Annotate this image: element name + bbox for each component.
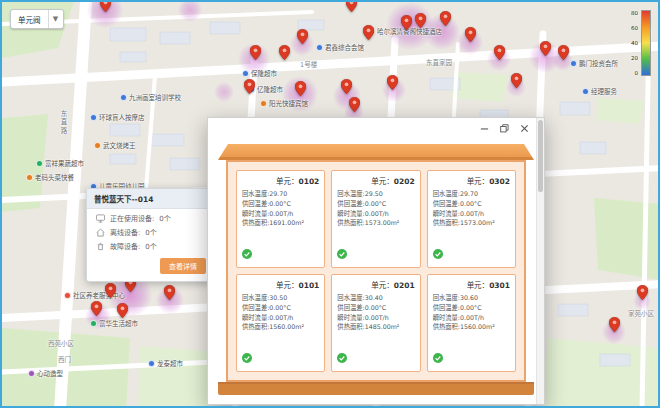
metric-return-temp: 回水温度:29.70 xyxy=(242,189,319,199)
map-pin[interactable] xyxy=(387,75,398,90)
legend-tick: 0 xyxy=(631,70,638,76)
map-pin[interactable] xyxy=(279,45,290,60)
map-pin[interactable] xyxy=(465,27,476,42)
metric-area: 供热面积:1573.00m² xyxy=(433,218,510,228)
monitor-icon xyxy=(96,214,105,223)
unit-card[interactable]: 单元：0201 回水温度:30.40 供回温差:0.00°C 瞬时流量:0.00… xyxy=(331,274,420,372)
metric-return-temp: 回水温度:29.70 xyxy=(433,189,510,199)
unit-header: 单元：0102 xyxy=(242,175,319,186)
unit-id: 0302 xyxy=(489,177,510,186)
map-pin[interactable] xyxy=(637,285,648,300)
tooltip-row: 离线设备: 0个 xyxy=(87,223,215,237)
tooltip-row-value: 0个 xyxy=(145,241,156,251)
metric-return-temp: 回水温度:29.50 xyxy=(337,189,414,199)
unit-card[interactable]: 单元：0202 回水温度:29.50 供回温差:0.00°C 瞬时流量:0.00… xyxy=(331,170,420,268)
cabinet-body: 单元：0102 回水温度:29.70 供回温差:0.00°C 瞬时流量:0.00… xyxy=(226,160,526,382)
map-pin[interactable] xyxy=(91,301,102,316)
status-ok-icon xyxy=(433,242,510,263)
metric-flow: 瞬时流量:0.00T/h xyxy=(242,313,319,323)
chevron-down-icon[interactable]: ▼ xyxy=(48,10,63,28)
heating-map-app: 东直路保隆超市亿隆超市1号楼阳光快捷宾馆九洲画室培训学校环球盲人按摩店武文烧烤王… xyxy=(0,0,660,408)
legend-tick: 20 xyxy=(631,55,638,61)
map-pin[interactable] xyxy=(363,25,374,40)
metric-temp-diff: 供回温差:0.00°C xyxy=(242,199,319,209)
close-icon[interactable] xyxy=(519,123,530,134)
modal-window-controls xyxy=(479,123,530,134)
metric-flow: 瞬时流量:0.00T/h xyxy=(433,313,510,323)
unit-cabinet: 单元：0102 回水温度:29.70 供回温差:0.00°C 瞬时流量:0.00… xyxy=(218,144,534,395)
map-pin[interactable] xyxy=(295,81,306,96)
metric-temp-diff: 供回温差:0.00°C xyxy=(433,303,510,313)
map-pin[interactable] xyxy=(440,11,451,26)
home-icon xyxy=(96,228,105,237)
metric-flow: 瞬时流量:0.00T/h xyxy=(433,209,510,219)
view-details-button[interactable]: 查看详情 xyxy=(160,258,206,274)
unit-card[interactable]: 单元：0302 回水温度:29.70 供回温差:0.00°C 瞬时流量:0.00… xyxy=(427,170,516,268)
unit-id: 0102 xyxy=(298,177,319,186)
map-pin[interactable] xyxy=(250,45,261,60)
status-ok-icon xyxy=(242,242,319,263)
metric-area: 供热面积:1560.00m² xyxy=(433,322,510,332)
unit-header: 单元：0301 xyxy=(433,279,510,290)
map-pin[interactable] xyxy=(244,79,255,94)
unit-card[interactable]: 单元：0102 回水温度:29.70 供回温差:0.00°C 瞬时流量:0.00… xyxy=(236,170,325,268)
units-modal: 单元：0102 回水温度:29.70 供回温差:0.00°C 瞬时流量:0.00… xyxy=(207,117,545,405)
legend-gradient xyxy=(641,10,651,76)
unit-card[interactable]: 单元：0101 回水温度:30.50 供回温差:0.00°C 瞬时流量:0.00… xyxy=(236,274,325,372)
legend-tick: 60 xyxy=(631,25,638,31)
unit-header: 单元：0202 xyxy=(337,175,414,186)
map-pin[interactable] xyxy=(164,285,175,300)
tooltip-row-label: 故障设备: xyxy=(110,241,140,251)
tooltip-row: 故障设备: 0个 xyxy=(87,237,215,251)
map-pin[interactable] xyxy=(540,41,551,56)
map-pin[interactable] xyxy=(494,45,505,60)
status-ok-icon xyxy=(337,242,414,263)
metric-temp-diff: 供回温差:0.00°C xyxy=(337,199,414,209)
map-pin[interactable] xyxy=(558,45,569,60)
map-pin[interactable] xyxy=(297,29,308,44)
map-pin[interactable] xyxy=(105,283,116,298)
station-title: 普悦蓝天下--014 xyxy=(87,189,215,209)
map-pin[interactable] xyxy=(511,73,522,88)
restore-icon[interactable] xyxy=(499,123,510,134)
metric-flow: 瞬时流量:0.00T/h xyxy=(337,209,414,219)
metric-return-temp: 回水温度:30.60 xyxy=(433,293,510,303)
metric-temp-diff: 供回温差:0.00°C xyxy=(242,303,319,313)
status-ok-icon xyxy=(337,346,414,367)
unit-card[interactable]: 单元：0301 回水温度:30.60 供回温差:0.00°C 瞬时流量:0.00… xyxy=(427,274,516,372)
layer-select-value: 单元阀 xyxy=(11,10,48,28)
map-pin[interactable] xyxy=(341,79,352,94)
metric-return-temp: 回水温度:30.40 xyxy=(337,293,414,303)
unit-id: 0101 xyxy=(298,281,319,290)
metric-area: 供热面积:1691.00m² xyxy=(242,218,319,228)
map-pin[interactable] xyxy=(609,317,620,332)
minimize-icon[interactable] xyxy=(479,123,490,134)
tooltip-row-value: 0个 xyxy=(145,227,156,237)
unit-header: 单元：0101 xyxy=(242,279,319,290)
status-ok-icon xyxy=(433,346,510,367)
unit-id: 0201 xyxy=(394,281,415,290)
tooltip-row-label: 正在使用设备: xyxy=(110,213,154,223)
map-pin[interactable] xyxy=(117,303,128,318)
tooltip-row: 正在使用设备: 0个 xyxy=(87,209,215,223)
fault-device-icon xyxy=(96,242,105,251)
metric-area: 供热面积:1573.00m² xyxy=(337,218,414,228)
map-pin[interactable] xyxy=(415,13,426,28)
metric-return-temp: 回水温度:30.50 xyxy=(242,293,319,303)
tooltip-row-value: 0个 xyxy=(159,213,170,223)
scrollbar-thumb[interactable] xyxy=(538,120,543,192)
map-pin[interactable] xyxy=(346,0,357,12)
metric-area: 供热面积:1485.00m² xyxy=(337,322,414,332)
layer-select[interactable]: 单元阀 ▼ xyxy=(10,9,64,29)
cabinet-top xyxy=(218,144,534,160)
map-pin[interactable] xyxy=(401,15,412,30)
unit-id: 0301 xyxy=(489,281,510,290)
metric-temp-diff: 供回温差:0.00°C xyxy=(337,303,414,313)
map-pin[interactable] xyxy=(100,0,111,12)
tooltip-row-label: 离线设备: xyxy=(110,227,140,237)
metric-area: 供热面积:1560.00m² xyxy=(242,322,319,332)
metric-flow: 瞬时流量:0.00T/h xyxy=(242,209,319,219)
map-pin[interactable] xyxy=(349,97,360,112)
cabinet-base xyxy=(218,382,534,395)
modal-scrollbar[interactable] xyxy=(536,118,544,404)
